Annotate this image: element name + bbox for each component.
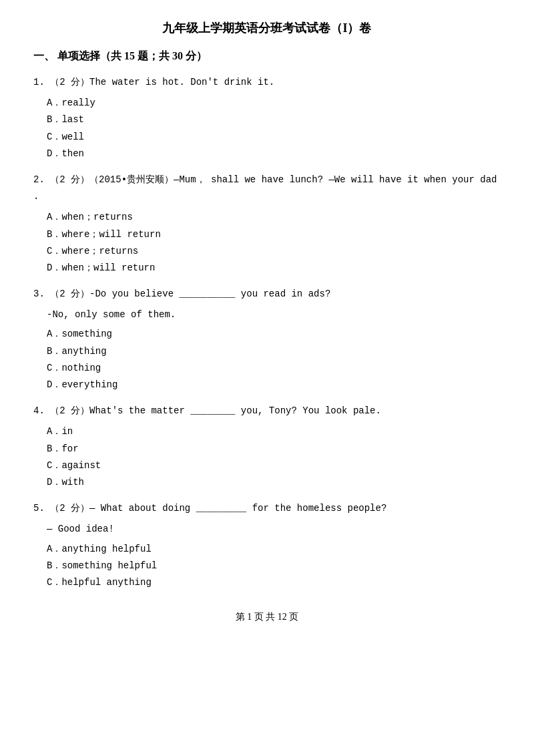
question-5-option-a: A．anything helpful [47,541,501,558]
question-2-text: 2. （2 分）（2015•贵州安顺）—Mum， shall we have l… [33,172,501,205]
question-3-subtext: -No, only some of them. [47,307,501,323]
question-5-option-b: B．something helpful [47,558,501,574]
question-1-option-d: D．then [47,146,501,162]
question-4-option-b: B．for [47,441,501,457]
question-2-option-c: C．where；returns [47,243,501,260]
question-1-option-b: B．last [47,112,501,128]
question-1-text: 1. （2 分）The water is hot. Don't drink it… [33,74,501,91]
question-3-option-b: B．anything [47,343,501,360]
question-3-option-c: C．nothing [47,360,501,377]
section1-header: 一、 单项选择（共 15 题；共 30 分） [33,49,501,63]
page-title: 九年级上学期英语分班考试试卷（I）卷 [33,20,501,36]
question-5-text: 5. （2 分）— What about doing _________ for… [33,500,501,517]
question-5-option-c: C．helpful anything [47,574,501,591]
question-1-option-a: A．really [47,95,501,112]
question-2: 2. （2 分）（2015•贵州安顺）—Mum， shall we have l… [33,172,501,276]
question-4-text: 4. （2 分）What's the matter ________ you, … [33,403,501,419]
question-4: 4. （2 分）What's the matter ________ you, … [33,403,501,491]
question-1: 1. （2 分）The water is hot. Don't drink it… [33,74,501,162]
question-3-text: 3. （2 分）-Do you believe __________ you r… [33,286,501,303]
question-1-option-c: C．well [47,129,501,146]
page-footer: 第 1 页 共 12 页 [33,611,501,623]
question-3: 3. （2 分）-Do you believe __________ you r… [33,286,501,393]
question-5-subtext: — Good idea! [47,521,501,538]
question-3-option-a: A．something [47,326,501,343]
question-4-option-c: C．against [47,457,501,474]
question-4-option-d: D．with [47,474,501,491]
question-2-option-d: D．when；will return [47,260,501,276]
question-2-option-a: A．when；returns [47,209,501,226]
question-3-option-d: D．everything [47,377,501,393]
question-2-option-b: B．where；will return [47,226,501,243]
question-5: 5. （2 分）— What about doing _________ for… [33,500,501,591]
question-4-option-a: A．in [47,423,501,440]
